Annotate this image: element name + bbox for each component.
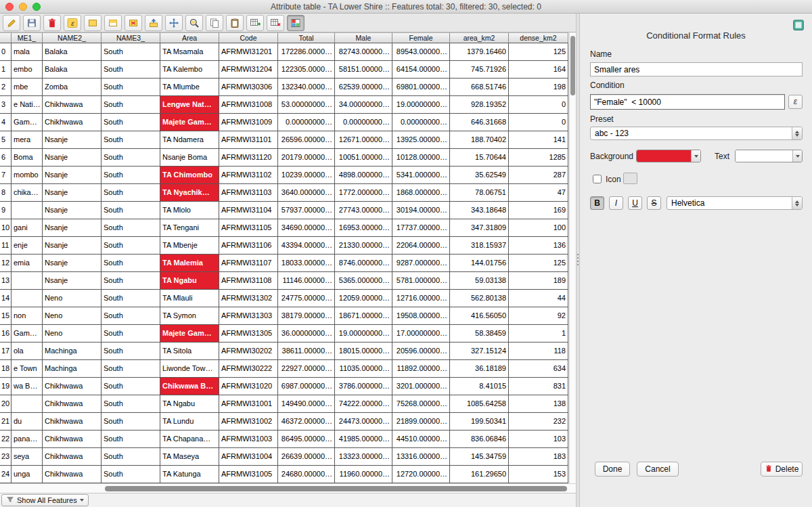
zoom-to-selected-icon[interactable]	[185, 15, 203, 31]
expression-builder-button[interactable]: ε	[788, 95, 803, 109]
cell-total[interactable]: 132340.0000…	[278, 79, 335, 96]
cell-name2[interactable]: Chikhwawa	[43, 96, 102, 114]
cell-name3[interactable]: South	[102, 395, 160, 413]
cell-area_km2[interactable]: 58.38459	[450, 325, 509, 343]
conditional-formatting-icon[interactable]	[287, 15, 304, 31]
cell-code[interactable]: AFRMWI31104	[219, 202, 278, 219]
cell-dense_km2[interactable]: 125	[509, 255, 568, 272]
cell-code[interactable]: AFRMWI31004	[219, 448, 278, 466]
cell-area[interactable]: TA Mbenje	[160, 237, 219, 255]
cell-name1[interactable]: Gam…	[12, 114, 43, 131]
cell-name2[interactable]: Nsanje	[43, 184, 102, 202]
cell-code[interactable]: AFRMWI31120	[219, 149, 278, 167]
select-all-icon[interactable]	[84, 15, 102, 31]
cell-name2[interactable]: Zomba	[43, 79, 102, 96]
cell-name2[interactable]: Nsanje	[43, 272, 102, 290]
cell-name1[interactable]: e Nati…	[12, 96, 43, 114]
cell-female[interactable]: 75268.00000…	[392, 395, 450, 413]
cell-total[interactable]: 26596.00000…	[278, 131, 335, 149]
cancel-button[interactable]: Cancel	[637, 462, 679, 477]
cell-female[interactable]: 11892.00000…	[392, 360, 450, 378]
cell-female[interactable]: 0.00000000…	[392, 114, 450, 131]
cell-area[interactable]: Lengwe Nat…	[160, 96, 219, 114]
cell-dense_km2[interactable]: 47	[509, 184, 568, 202]
cell-code[interactable]: AFRMWI31201	[219, 43, 278, 61]
deselect-all-icon[interactable]	[125, 15, 142, 31]
cell-area_km2[interactable]: 15.70644	[450, 149, 509, 167]
row-number[interactable]: 24	[0, 466, 12, 483]
vertical-scrollbar[interactable]	[569, 32, 576, 483]
cell-male[interactable]: 16953.00000…	[335, 219, 392, 237]
cell-male[interactable]: 12671.00000…	[335, 131, 392, 149]
cell-area[interactable]: Liwonde Tow…	[160, 360, 219, 378]
cell-male[interactable]: 18671.00000…	[335, 307, 392, 325]
cell-dense_km2[interactable]: 232	[509, 413, 568, 431]
cell-dense_km2[interactable]: 831	[509, 378, 568, 395]
cell-name2[interactable]: Chikhwawa	[43, 466, 102, 483]
row-number[interactable]: 19	[0, 378, 12, 395]
cell-code[interactable]: AFRMWI31305	[219, 325, 278, 343]
cell-male[interactable]: 18015.00000…	[335, 343, 392, 360]
cell-area_km2[interactable]: 646.31668	[450, 114, 509, 131]
cell-name2[interactable]: Nsanje	[43, 167, 102, 184]
underline-button[interactable]: U	[628, 196, 642, 210]
row-number[interactable]: 14	[0, 290, 12, 307]
cell-total[interactable]: 36.00000000…	[278, 325, 335, 343]
close-button[interactable]	[5, 3, 14, 11]
cell-name1[interactable]: unga	[12, 466, 43, 483]
cell-name1[interactable]	[12, 202, 43, 219]
cell-area_km2[interactable]: 668.51746	[450, 79, 509, 96]
icon-checkbox[interactable]	[593, 175, 602, 183]
cell-dense_km2[interactable]: 100	[509, 219, 568, 237]
cell-male[interactable]: 1772.000000…	[335, 184, 392, 202]
cell-area[interactable]: TA Ngabu	[160, 395, 219, 413]
cell-area[interactable]: TA Mlumbe	[160, 79, 219, 96]
cell-name3[interactable]: South	[102, 149, 160, 167]
cell-male[interactable]: 58151.00000…	[335, 61, 392, 79]
cell-name3[interactable]: South	[102, 431, 160, 448]
cell-area_km2[interactable]: 199.50341	[450, 413, 509, 431]
cell-name1[interactable]: chika…	[12, 184, 43, 202]
cell-name2[interactable]: Chikhwawa	[43, 448, 102, 466]
cell-dense_km2[interactable]: 153	[509, 466, 568, 483]
cell-male[interactable]: 11035.00000…	[335, 360, 392, 378]
cell-total[interactable]: 172286.0000…	[278, 43, 335, 61]
cell-total[interactable]: 53.00000000…	[278, 96, 335, 114]
cell-name2[interactable]: Nsanje	[43, 202, 102, 219]
cell-female[interactable]: 3201.000000…	[392, 378, 450, 395]
cell-dense_km2[interactable]: 1	[509, 325, 568, 343]
copy-selected-icon[interactable]	[206, 15, 223, 31]
cell-code[interactable]: AFRMWI31303	[219, 307, 278, 325]
cell-total[interactable]: 18033.00000…	[278, 255, 335, 272]
icon-preview-box[interactable]	[623, 173, 637, 184]
cell-dense_km2[interactable]: 287	[509, 167, 568, 184]
cell-name2[interactable]: Chikhwawa	[43, 378, 102, 395]
cell-name2[interactable]: Neno	[43, 290, 102, 307]
cell-area[interactable]: TA Mlolo	[160, 202, 219, 219]
cell-area[interactable]: TA Nyachik…	[160, 184, 219, 202]
cell-female[interactable]: 30194.00000…	[392, 202, 450, 219]
cell-name1[interactable]: mombo	[12, 167, 43, 184]
delete-rule-button[interactable]: Delete	[761, 462, 803, 477]
column-header-area[interactable]: Area	[160, 32, 219, 43]
cell-total[interactable]: 3640.000000…	[278, 184, 335, 202]
cell-area[interactable]: Majete Gam…	[160, 114, 219, 131]
cell-name1[interactable]	[12, 272, 43, 290]
cell-name1[interactable]	[12, 290, 43, 307]
cell-female[interactable]: 12720.00000…	[392, 466, 450, 483]
cell-code[interactable]: AFRMWI31103	[219, 184, 278, 202]
cell-dense_km2[interactable]: 44	[509, 290, 568, 307]
horizontal-scrollbar-thumb[interactable]	[105, 486, 567, 491]
cell-dense_km2[interactable]: 169	[509, 202, 568, 219]
cell-total[interactable]: 24775.00000…	[278, 290, 335, 307]
cell-female[interactable]: 12716.00000…	[392, 290, 450, 307]
cell-name3[interactable]: South	[102, 131, 160, 149]
cell-dense_km2[interactable]: 0	[509, 96, 568, 114]
cell-name3[interactable]: South	[102, 378, 160, 395]
cell-area_km2[interactable]: 1379.16460	[450, 43, 509, 61]
delete-selected-icon[interactable]	[43, 15, 61, 31]
cell-total[interactable]: 26639.00000…	[278, 448, 335, 466]
cell-dense_km2[interactable]: 183	[509, 448, 568, 466]
row-number[interactable]: 6	[0, 149, 12, 167]
cell-code[interactable]: AFRMWI30306	[219, 79, 278, 96]
